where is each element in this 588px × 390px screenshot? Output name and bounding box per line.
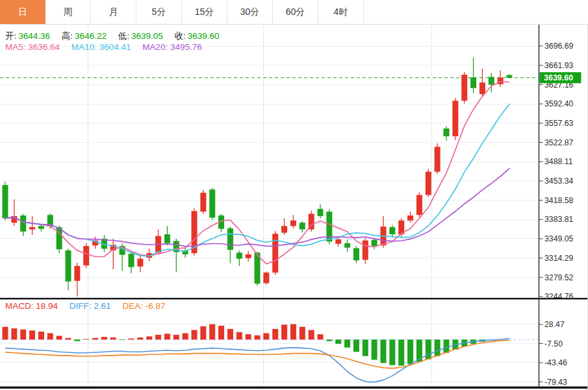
- svg-text:-7.50: -7.50: [544, 339, 563, 348]
- svg-text:3639.60: 3639.60: [544, 73, 573, 82]
- ma10-line: [5, 104, 509, 256]
- tab-week[interactable]: 周: [45, 0, 91, 24]
- svg-text:3279.52: 3279.52: [544, 273, 574, 282]
- ma20-line: [5, 168, 509, 246]
- tab-30min[interactable]: 30分: [227, 0, 273, 24]
- svg-text:3522.87: 3522.87: [544, 138, 574, 147]
- kline-app: 日 周 月 5分 15分 30分 60分 4时 开:3644.36 高:3646…: [0, 0, 588, 390]
- svg-text:3488.11: 3488.11: [544, 157, 573, 166]
- tab-day[interactable]: 日: [0, 0, 45, 24]
- grid-layer: [0, 25, 539, 385]
- svg-text:3592.40: 3592.40: [544, 99, 574, 108]
- tab-60min[interactable]: 60分: [273, 0, 318, 24]
- svg-text:3557.63: 3557.63: [544, 119, 574, 128]
- svg-text:3418.58: 3418.58: [544, 196, 574, 205]
- tab-month[interactable]: 月: [91, 0, 136, 24]
- ma5-line: [5, 82, 509, 264]
- svg-text:3696.69: 3696.69: [544, 42, 574, 51]
- diff-line: [5, 338, 509, 382]
- svg-text:3349.05: 3349.05: [544, 234, 574, 243]
- macd-histogram: [3, 324, 485, 366]
- svg-text:28.47: 28.47: [544, 320, 565, 329]
- pane-separator: [0, 298, 588, 299]
- candlestick-chart[interactable]: 3696.693661.933627.163592.403557.633522.…: [0, 0, 588, 390]
- svg-text:3383.81: 3383.81: [544, 215, 574, 224]
- dea-line: [5, 340, 509, 369]
- tab-15min[interactable]: 15分: [182, 0, 227, 24]
- bottom-border: [0, 387, 588, 389]
- tab-4hour[interactable]: 4时: [318, 0, 364, 24]
- tab-5min[interactable]: 5分: [136, 0, 182, 24]
- current-price-badge: 3639.60: [540, 72, 582, 83]
- svg-text:-43.46: -43.46: [544, 358, 567, 367]
- svg-text:3661.93: 3661.93: [544, 61, 574, 70]
- svg-text:3453.34: 3453.34: [544, 177, 574, 186]
- svg-text:3244.76: 3244.76: [544, 292, 574, 301]
- timeframe-tabbar: 日 周 月 5分 15分 30分 60分 4时: [0, 0, 588, 25]
- svg-text:3314.29: 3314.29: [544, 254, 574, 263]
- svg-text:-79.43: -79.43: [544, 378, 567, 387]
- candles-layer: [3, 58, 513, 297]
